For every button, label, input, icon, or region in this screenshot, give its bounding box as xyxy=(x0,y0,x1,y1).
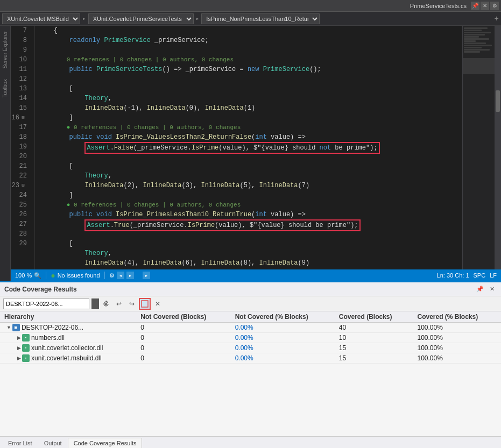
server-explorer-tab[interactable]: Server Explorer xyxy=(2,31,8,68)
ln-8: 8 xyxy=(11,35,30,45)
nav-prev-arrow[interactable]: ◂ xyxy=(117,272,124,279)
not-covered-blocks: 0 xyxy=(136,323,230,333)
table-row[interactable]: ▼ ▣ DESKTOP-2022-06... 00.00%40100.00% xyxy=(0,323,501,333)
main-layout: Server Explorer Toolbox 7 8 9 10 11 12 1… xyxy=(0,26,501,281)
ln-16: 16⊟ xyxy=(11,113,30,123)
settings-icon-status[interactable]: ⚙ xyxy=(109,272,115,279)
dll-icon: ▪ xyxy=(22,354,30,362)
info-line-23: ● 0 references | 0 changes | 0 authors, … xyxy=(35,200,462,210)
ln-10: 10 xyxy=(11,55,30,65)
hierarchy-cell: ▶ ▪ xunit.coverlet.msbuild.dll xyxy=(4,354,132,362)
check-icon: ● xyxy=(51,271,55,280)
nav-bar: XUnit.Coverlet.MSBuild ▸ XUnit.Coverlet.… xyxy=(0,12,501,26)
editor-wrapper: 7 8 9 10 11 12 13 14 15 16⊟ 17 18 19 20 … xyxy=(11,26,501,281)
ln-23: 23⊟ xyxy=(11,181,30,190)
editor-area[interactable]: 7 8 9 10 11 12 13 14 15 16⊟ 17 18 19 20 … xyxy=(11,26,501,269)
expand-arrow[interactable]: ▼ xyxy=(6,325,11,330)
dll-icon: ▪ xyxy=(22,334,30,342)
ln-19: 19 xyxy=(11,142,30,152)
close-tab-button[interactable]: ✕ xyxy=(481,2,489,10)
code-line-21: InlineData(2), InlineData(3), InlineData… xyxy=(35,181,462,190)
ln-25: 25 xyxy=(11,200,30,210)
progress-indicator xyxy=(91,298,99,309)
bottom-panel: Code Coverage Results 📌 ✕ ↩ ↪ ✕ xyxy=(0,281,501,448)
code-line-24: Assert.True(_primeService.IsPrime(value)… xyxy=(35,219,462,229)
not-covered-pct: 0.00% xyxy=(231,343,335,353)
expand-arrow[interactable]: ▶ xyxy=(17,345,21,351)
tab-output[interactable]: Output xyxy=(38,438,68,448)
refresh-button[interactable] xyxy=(100,298,112,310)
no-issues-text: No issues found xyxy=(58,272,100,279)
pin-button[interactable]: 📌 xyxy=(471,2,479,10)
line-ending: LF xyxy=(490,272,497,279)
settings-button[interactable]: ⚙ xyxy=(490,2,499,10)
status-sep-2 xyxy=(104,272,105,279)
ln-17: 17 xyxy=(11,123,30,132)
redo-button[interactable]: ↪ xyxy=(126,298,138,310)
code-line-10: public PrimeServiceTests() => _primeServ… xyxy=(35,65,462,74)
table-row[interactable]: ▶ ▪ xunit.coverlet.collector.dll 00.00%1… xyxy=(0,343,501,353)
status-nav: ⚙ ◂ ▸ xyxy=(109,272,134,279)
ide-container: PrimeServiceTests.cs 📌 ✕ ⚙ XUnit.Coverle… xyxy=(0,0,501,448)
minimap-highlight xyxy=(463,58,495,74)
scrollbar-thumb[interactable] xyxy=(496,90,500,112)
code-line-29: ] xyxy=(35,268,462,269)
panel-title-bar: Code Coverage Results 📌 ✕ xyxy=(0,282,501,296)
code-line-20: Theory, xyxy=(35,171,462,181)
nav-sep-1: ▸ xyxy=(81,15,87,22)
panel-controls: 📌 ✕ xyxy=(475,285,497,294)
row-name: xunit.coverlet.msbuild.dll xyxy=(31,354,102,362)
not-covered-pct: 0.00% xyxy=(231,333,335,343)
panel-close-button[interactable]: ✕ xyxy=(487,285,497,294)
zoom-control[interactable]: 100 % 🔍 xyxy=(15,272,41,279)
type-dropdown[interactable]: XUnit.Coverlet.PrimeServiceTests xyxy=(88,13,194,24)
code-line-27: Theory, xyxy=(35,248,462,258)
search-input[interactable] xyxy=(3,298,89,309)
vertical-scrollbar[interactable] xyxy=(495,26,501,269)
ln-12: 12 xyxy=(11,74,30,84)
tab-error-list[interactable]: Error List xyxy=(2,438,38,448)
toolbox-tab[interactable]: Toolbox xyxy=(2,79,8,97)
undo-button[interactable]: ↩ xyxy=(113,298,125,310)
scroll-right-arrow[interactable]: ▸ xyxy=(143,272,150,279)
ln-14: 14 xyxy=(11,94,30,103)
title-filename: PrimeServiceTests.cs xyxy=(410,3,467,9)
expand-arrow[interactable]: ▶ xyxy=(17,355,21,361)
dll-icon: ▪ xyxy=(22,344,30,352)
nav-plus-icon[interactable]: + xyxy=(495,15,499,23)
covered-blocks: 40 xyxy=(335,323,413,333)
class-dropdown[interactable]: XUnit.Coverlet.MSBuild xyxy=(2,13,80,24)
tab-code-coverage[interactable]: Code Coverage Results xyxy=(68,438,143,448)
hierarchy-cell: ▶ ▪ xunit.coverlet.collector.dll xyxy=(4,344,132,352)
not-covered-blocks: 0 xyxy=(136,333,230,343)
code-line-8: readonly PrimeService _primeService; xyxy=(35,35,462,45)
bottom-tabs: Error List Output Code Coverage Results xyxy=(0,436,501,448)
zoom-icon: 🔍 xyxy=(34,272,41,279)
covered-pct: 100.00% xyxy=(413,333,501,343)
table-row[interactable]: ▶ ▪ numbers.dll 00.00%10100.00% xyxy=(0,333,501,343)
show-coverage-button[interactable] xyxy=(139,298,151,310)
nav-next-arrow[interactable]: ▸ xyxy=(126,272,134,279)
code-content[interactable]: { readonly PrimeService _primeService; 0… xyxy=(35,26,462,269)
hierarchy-cell: ▶ ▪ numbers.dll xyxy=(4,334,132,342)
export-button[interactable]: ✕ xyxy=(152,298,164,310)
table-row[interactable]: ▶ ▪ xunit.coverlet.msbuild.dll 00.00%151… xyxy=(0,353,501,364)
ln-7: 7 xyxy=(11,26,30,35)
title-controls: 📌 ✕ ⚙ xyxy=(471,2,499,10)
member-dropdown[interactable]: IsPrime_NonPrimesLessThan10_ReturnFalse(… xyxy=(201,13,320,24)
code-line-23: public void IsPrime_PrimesLessThan10_Ret… xyxy=(35,210,462,219)
ln-11: 11 xyxy=(11,65,30,74)
coverage-table[interactable]: Hierarchy Not Covered (Blocks) Not Cover… xyxy=(0,311,501,436)
status-left: 100 % 🔍 ● No issues found ⚙ ◂ ▸ xyxy=(15,271,150,280)
covered-blocks: 10 xyxy=(335,333,413,343)
code-line-14: InlineData(-1), InlineData(0), InlineDat… xyxy=(35,103,462,113)
col-not-covered-pct: Not Covered (% Blocks) xyxy=(231,311,335,323)
panel-pin-button[interactable]: 📌 xyxy=(475,285,485,294)
code-line-15: ] xyxy=(35,113,462,123)
col-hierarchy: Hierarchy xyxy=(0,311,136,323)
left-sidebar: Server Explorer Toolbox xyxy=(0,26,11,281)
not-covered-blocks: 0 xyxy=(136,353,230,364)
expand-arrow[interactable]: ▶ xyxy=(17,335,21,340)
ln-29: 29 xyxy=(11,239,30,248)
minimap-content xyxy=(463,26,495,54)
